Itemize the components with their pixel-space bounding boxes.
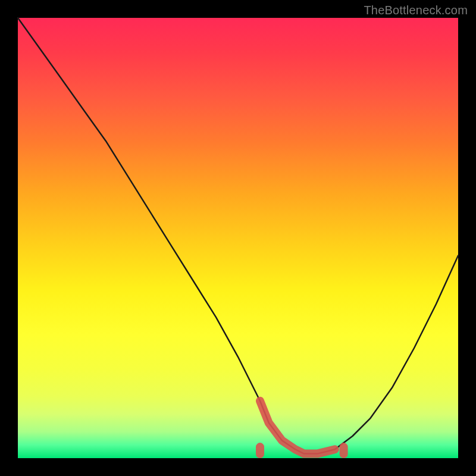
chart-frame: TheBottleneck.com xyxy=(0,0,476,476)
chart-svg xyxy=(18,18,458,458)
plot-area xyxy=(18,18,458,458)
bottleneck-curve-path xyxy=(18,18,458,454)
optimal-range-highlight xyxy=(260,401,344,454)
watermark-text: TheBottleneck.com xyxy=(364,4,468,17)
